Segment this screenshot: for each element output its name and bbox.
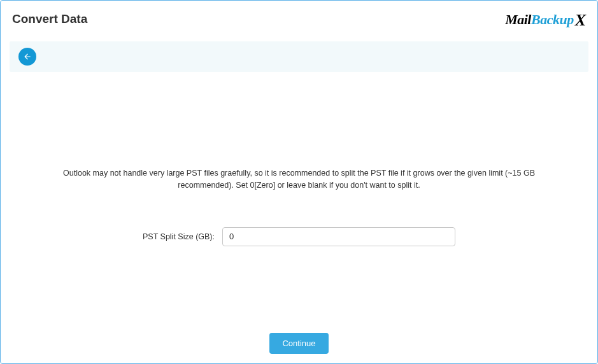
content-area: Outlook may not handle very large PST fi… bbox=[1, 72, 597, 246]
app-logo: MailBackupX bbox=[505, 10, 586, 29]
logo-mail: Mail bbox=[505, 11, 531, 28]
split-size-label: PST Split Size (GB): bbox=[143, 232, 215, 241]
arrow-left-icon bbox=[23, 52, 32, 61]
logo-backup: Backup bbox=[531, 11, 574, 28]
description-text: Outlook may not handle very large PST fi… bbox=[39, 167, 559, 192]
split-size-row: PST Split Size (GB): bbox=[39, 227, 559, 246]
back-button[interactable] bbox=[18, 48, 36, 66]
split-size-input[interactable] bbox=[222, 227, 455, 246]
header: Convert Data MailBackupX bbox=[1, 1, 597, 35]
logo-x: X bbox=[575, 11, 586, 30]
page-title: Convert Data bbox=[12, 12, 87, 26]
footer: Continue bbox=[0, 333, 598, 354]
continue-button[interactable]: Continue bbox=[269, 333, 328, 354]
back-bar bbox=[10, 41, 588, 72]
